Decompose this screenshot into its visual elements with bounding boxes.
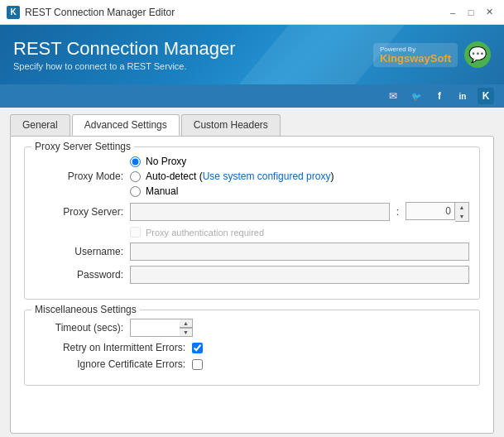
brand-name: KingswaySoft <box>380 53 451 64</box>
timeout-input[interactable]: 120 <box>130 319 180 337</box>
social-bar: ✉ 🐦 f in K <box>0 84 504 108</box>
retry-label: Retry on Intermittent Errors: <box>35 342 192 353</box>
port-spinner: ▲ ▼ <box>455 202 469 222</box>
timeout-down-button[interactable]: ▼ <box>180 328 193 337</box>
window-controls: – □ ✕ <box>444 4 497 21</box>
panel-advanced-settings: Proxy Server Settings Proxy Mode: No Pro… <box>10 136 494 434</box>
wechat-icon: 💬 <box>464 41 491 68</box>
timeout-spinner-buttons: ▲ ▼ <box>180 319 193 337</box>
radio-auto-detect-input[interactable] <box>130 171 141 182</box>
header-title: REST Connection Manager <box>13 38 236 60</box>
radio-no-proxy[interactable]: No Proxy <box>130 156 469 167</box>
tab-custom-headers[interactable]: Custom Headers <box>181 114 281 136</box>
retry-checkbox[interactable] <box>192 343 203 353</box>
port-input[interactable] <box>406 202 455 220</box>
radio-no-proxy-label: No Proxy <box>146 156 186 167</box>
misc-group-title: Miscellaneous Settings <box>31 304 140 315</box>
proxy-mode-options: No Proxy Auto-detect (Use system configu… <box>130 156 469 197</box>
misc-settings-group: Miscellaneous Settings Timeout (secs): 1… <box>24 310 480 386</box>
powered-by-badge: Powered By KingswaySoft <box>373 43 458 67</box>
radio-group-proxy: No Proxy Auto-detect (Use system configu… <box>130 156 469 197</box>
port-input-wrap: ▲ ▼ <box>406 202 469 222</box>
tab-general[interactable]: General <box>10 114 70 136</box>
proxy-server-row: Proxy Server: : ▲ ▼ <box>35 202 469 222</box>
proxy-auth-checkbox <box>130 227 141 238</box>
main-content: General Advanced Settings Custom Headers… <box>0 108 504 437</box>
radio-manual-input[interactable] <box>130 186 141 197</box>
header-subtitle: Specify how to connect to a REST Service… <box>13 61 236 71</box>
linkedin-icon[interactable]: in <box>454 88 471 104</box>
tab-advanced-settings[interactable]: Advanced Settings <box>72 114 180 136</box>
twitter-icon[interactable]: 🐦 <box>408 88 425 104</box>
port-up-button[interactable]: ▲ <box>455 203 468 212</box>
password-label: Password: <box>35 269 130 281</box>
maximize-button[interactable]: □ <box>463 4 479 21</box>
proxy-server-input[interactable] <box>130 203 390 221</box>
radio-auto-detect-label: Auto-detect (Use system configured proxy… <box>146 170 334 182</box>
password-input[interactable] <box>130 266 469 284</box>
proxy-server-label: Proxy Server: <box>35 206 130 218</box>
proxy-auth-label: Proxy authentication required <box>146 228 264 238</box>
minimize-button[interactable]: – <box>444 4 461 21</box>
password-row: Password: <box>35 266 469 284</box>
window-title: REST Connection Manager Editor <box>25 7 175 18</box>
username-label: Username: <box>35 246 130 257</box>
port-down-button[interactable]: ▼ <box>455 212 468 221</box>
timeout-up-button[interactable]: ▲ <box>180 319 193 328</box>
ignore-cert-checkbox[interactable] <box>192 359 203 370</box>
title-bar: K REST Connection Manager Editor – □ ✕ <box>0 0 504 25</box>
header-banner: REST Connection Manager Specify how to c… <box>0 25 504 84</box>
timeout-row: Timeout (secs): 120 ▲ ▼ <box>35 319 469 337</box>
colon-separator: : <box>393 206 402 218</box>
tab-bar: General Advanced Settings Custom Headers <box>10 114 494 136</box>
close-button[interactable]: ✕ <box>481 4 497 21</box>
email-icon[interactable]: ✉ <box>385 88 401 104</box>
proxy-server-field-group: : ▲ ▼ <box>130 202 469 222</box>
proxy-group-title: Proxy Server Settings <box>31 141 134 152</box>
username-input[interactable] <box>130 243 469 261</box>
ignore-cert-label: Ignore Certificate Errors: <box>35 358 192 370</box>
proxy-auth-row: Proxy authentication required <box>130 227 469 238</box>
retry-row: Retry on Intermittent Errors: <box>35 342 469 353</box>
app-icon: K <box>7 6 20 19</box>
username-row: Username: <box>35 243 469 261</box>
radio-auto-detect[interactable]: Auto-detect (Use system configured proxy… <box>130 170 469 182</box>
timeout-spinbox: 120 ▲ ▼ <box>130 319 196 337</box>
radio-no-proxy-input[interactable] <box>130 156 141 167</box>
proxy-mode-row: Proxy Mode: No Proxy Auto-detect (Use sy… <box>35 156 469 197</box>
proxy-server-settings-group: Proxy Server Settings Proxy Mode: No Pro… <box>24 146 480 300</box>
timeout-label: Timeout (secs): <box>35 322 130 334</box>
ignore-cert-row: Ignore Certificate Errors: <box>35 358 469 370</box>
radio-manual[interactable]: Manual <box>130 185 469 197</box>
facebook-icon[interactable]: f <box>431 88 448 104</box>
proxy-mode-label: Proxy Mode: <box>35 170 130 182</box>
k-icon[interactable]: K <box>478 88 494 104</box>
radio-manual-label: Manual <box>146 185 178 197</box>
